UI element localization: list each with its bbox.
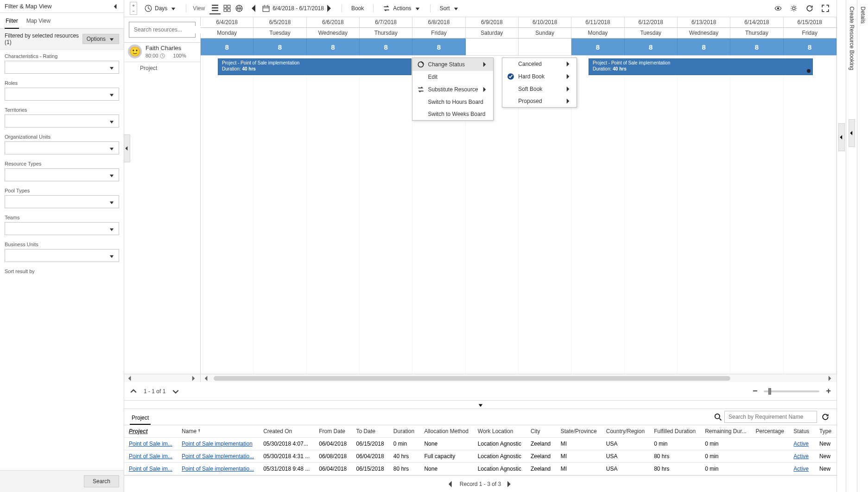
booking-bar[interactable]: Project - Point of Sale implementation D… xyxy=(589,58,813,75)
right-rail-details[interactable]: Details xyxy=(857,0,868,492)
alloc-cell[interactable] xyxy=(519,38,571,55)
alloc-cell[interactable]: 8 xyxy=(625,38,678,55)
grid-header[interactable]: Type xyxy=(815,425,836,438)
expand-collapse-rows[interactable]: ＋－ xyxy=(130,2,137,15)
table-row[interactable]: Point of Sale im... Point of Sale implem… xyxy=(124,463,836,475)
name-link[interactable]: Point of Sale implementatio... xyxy=(182,453,254,460)
filter-dropdown[interactable] xyxy=(5,168,119,181)
ctx-hours-board[interactable]: Switch to Hours Board xyxy=(412,96,493,108)
alloc-cell[interactable]: 8 xyxy=(253,38,306,55)
grid-header[interactable]: Name xyxy=(177,425,259,438)
record-prev-button[interactable] xyxy=(447,480,455,488)
scroll-thumb[interactable] xyxy=(214,376,730,381)
page-up-button[interactable] xyxy=(130,388,137,395)
alloc-cell[interactable]: 8 xyxy=(730,38,783,55)
project-link[interactable]: Point of Sale im... xyxy=(129,441,172,447)
alloc-cell[interactable]: 8 xyxy=(307,38,360,55)
grid-header[interactable]: Duration xyxy=(389,425,420,438)
tab-filter[interactable]: Filter xyxy=(5,16,19,29)
settings-button[interactable] xyxy=(788,3,799,14)
status-link[interactable]: Active xyxy=(793,441,809,447)
filter-dropdown[interactable] xyxy=(5,195,119,208)
rail-collapse-handle[interactable] xyxy=(838,123,845,151)
visibility-button[interactable] xyxy=(773,3,784,14)
ctx-edit[interactable]: Edit xyxy=(412,71,493,83)
filter-dropdown[interactable] xyxy=(5,141,119,154)
sidebar-collapse-icon[interactable] xyxy=(113,3,119,10)
resource-hscroll[interactable] xyxy=(124,374,201,382)
options-button[interactable]: Options xyxy=(82,34,119,44)
grid-header[interactable]: Remaining Dur... xyxy=(700,425,751,438)
ctx-status-soft-book[interactable]: Soft Book xyxy=(502,83,577,95)
fullscreen-button[interactable] xyxy=(820,3,831,14)
filter-dropdown[interactable] xyxy=(5,249,119,262)
resource-group-label[interactable]: Project xyxy=(124,62,200,74)
zoom-slider[interactable] xyxy=(764,390,819,392)
view-grid-button[interactable] xyxy=(222,3,233,14)
date-prev-button[interactable] xyxy=(249,3,260,13)
caret-right-icon[interactable] xyxy=(827,375,834,382)
ctx-weeks-board[interactable]: Switch to Weeks Board xyxy=(412,108,493,120)
grid-header[interactable]: Percentage xyxy=(751,425,789,438)
grid-header[interactable]: Country/Region xyxy=(602,425,649,438)
grid-header[interactable]: Fulfilled Duration xyxy=(649,425,700,438)
sidebar-edge-handle[interactable] xyxy=(124,134,130,162)
ctx-change-status[interactable]: Change Status xyxy=(412,58,493,71)
zoom-handle[interactable] xyxy=(768,388,771,395)
grid-header[interactable]: State/Province xyxy=(556,425,602,438)
search-button[interactable]: Search xyxy=(84,475,119,487)
filter-dropdown[interactable] xyxy=(5,61,119,74)
status-link[interactable]: Active xyxy=(793,453,809,460)
status-link[interactable]: Active xyxy=(793,466,809,472)
grid-header[interactable]: To Date xyxy=(352,425,389,438)
ctx-status-proposed[interactable]: Proposed xyxy=(502,95,577,107)
table-row[interactable]: Point of Sale im... Point of Sale implem… xyxy=(124,450,836,463)
ctx-status-canceled[interactable]: Canceled xyxy=(502,58,577,70)
table-row[interactable]: Point of Sale im... Point of Sale implem… xyxy=(124,438,836,450)
actions-dropdown[interactable]: Actions xyxy=(380,3,423,14)
right-rail-create-booking-label[interactable]: Create Resource Booking xyxy=(846,0,857,492)
requirement-search-input[interactable] xyxy=(724,411,817,423)
zoom-out-button[interactable]: − xyxy=(753,386,758,396)
alloc-cell[interactable]: 8 xyxy=(360,38,412,55)
grid-header[interactable]: Work Location xyxy=(473,425,526,438)
grid-header[interactable]: Status xyxy=(789,425,815,438)
book-button[interactable]: Book xyxy=(348,3,367,13)
date-next-button[interactable] xyxy=(325,3,335,13)
resource-search-field[interactable] xyxy=(133,26,204,33)
alloc-cell[interactable]: 8 xyxy=(201,38,253,55)
alloc-cell[interactable]: 8 xyxy=(678,38,730,55)
filter-dropdown[interactable] xyxy=(5,115,119,128)
panel-split-handle[interactable] xyxy=(124,401,836,409)
resource-search-input[interactable] xyxy=(129,22,196,38)
name-link[interactable]: Point of Sale implementatio... xyxy=(182,466,254,472)
grid-header[interactable]: Allocation Method xyxy=(419,425,473,438)
project-link[interactable]: Point of Sale im... xyxy=(129,466,172,472)
view-list-button[interactable] xyxy=(209,2,221,14)
grid-header[interactable]: Created On xyxy=(259,425,314,438)
record-next-button[interactable] xyxy=(506,480,514,488)
view-map-button[interactable] xyxy=(234,3,245,14)
timeline-hscroll[interactable] xyxy=(201,374,836,382)
search-icon[interactable] xyxy=(714,413,722,421)
tab-project[interactable]: Project xyxy=(130,413,151,425)
resource-row[interactable]: 🙂 Faith Charles 80:00 100% xyxy=(124,43,200,62)
refresh-button[interactable] xyxy=(804,3,815,14)
name-link[interactable]: Point of Sale implementation xyxy=(182,441,253,447)
ctx-substitute[interactable]: Substitute Resource xyxy=(412,83,493,96)
grid-header[interactable]: From Date xyxy=(314,425,351,438)
time-scale-dropdown[interactable]: Days xyxy=(142,3,179,14)
tab-map-view[interactable]: Map View xyxy=(25,16,51,28)
alloc-cell[interactable]: 8 xyxy=(784,38,836,55)
sort-dropdown[interactable]: Sort xyxy=(437,3,462,13)
alloc-cell[interactable] xyxy=(466,38,519,55)
ctx-status-hard-book[interactable]: Hard Book xyxy=(502,70,577,83)
caret-left-icon[interactable] xyxy=(203,375,210,382)
project-link[interactable]: Point of Sale im... xyxy=(129,453,172,460)
booking-bar[interactable]: Project - Point of Sale implementation D… xyxy=(218,58,412,75)
filter-dropdown[interactable] xyxy=(5,88,119,101)
page-down-button[interactable] xyxy=(172,388,179,395)
alloc-cell[interactable]: 8 xyxy=(412,38,465,55)
grid-header[interactable]: City xyxy=(526,425,556,438)
refresh-grid-button[interactable] xyxy=(820,411,831,422)
